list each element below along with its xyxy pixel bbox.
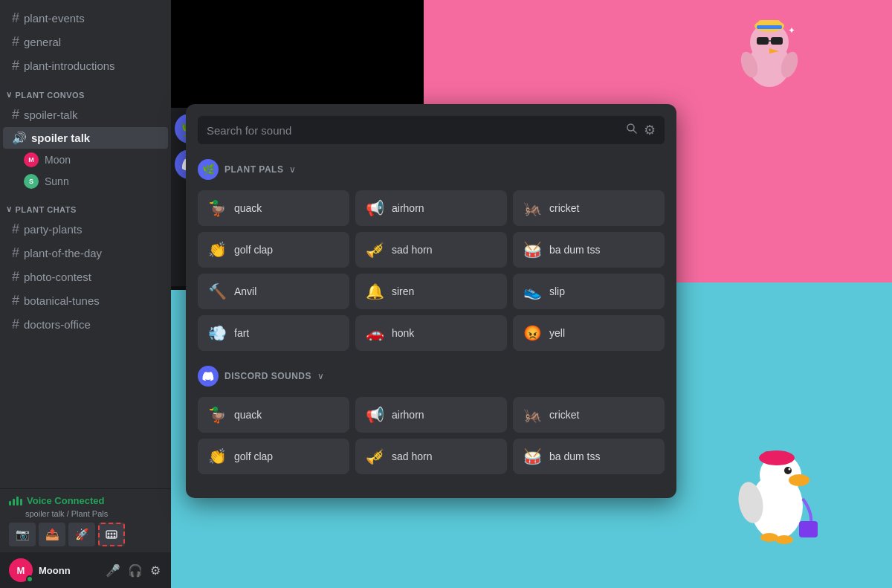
sound-cricket-2[interactable]: 🦗 cricket xyxy=(513,397,665,433)
voice-status: Voice Connected xyxy=(9,495,162,506)
sub-user-sunn[interactable]: S Sunn xyxy=(18,171,168,192)
quack-emoji: 🦆 xyxy=(208,199,227,217)
siren-emoji: 🔔 xyxy=(366,282,384,300)
hash-icon: # xyxy=(12,317,19,332)
camera-button[interactable]: 📷 xyxy=(9,523,36,546)
sound-airhorn-2[interactable]: 📢 airhorn xyxy=(355,397,507,433)
sound-ba-dum-tss-1[interactable]: 🥁 ba dum tss xyxy=(513,232,665,268)
channel-label: general xyxy=(24,36,61,48)
channel-item-spoiler-talk[interactable]: # spoiler-talk xyxy=(3,103,168,126)
category-label: PLANT CHATS xyxy=(16,205,77,214)
search-button[interactable] xyxy=(626,123,638,138)
svg-rect-11 xyxy=(771,37,783,45)
voice-action-buttons: 📷 📤 🚀 xyxy=(9,523,162,546)
headset-button[interactable]: 🎧 xyxy=(126,562,144,579)
hash-icon: # xyxy=(12,269,19,285)
soundboard-button[interactable] xyxy=(98,523,125,546)
sound-label: quack xyxy=(234,409,262,421)
golf-clap-emoji: 👏 xyxy=(208,241,227,259)
hash-icon: # xyxy=(12,293,19,308)
svg-rect-30 xyxy=(799,521,818,537)
hash-icon: # xyxy=(12,10,19,26)
current-user-avatar: M xyxy=(9,558,33,582)
sound-golf-clap-2[interactable]: 👏 golf clap xyxy=(198,439,349,474)
sound-siren-1[interactable]: 🔔 siren xyxy=(355,274,507,309)
anvil-emoji: 🔨 xyxy=(208,282,227,300)
plant-pals-chevron-icon[interactable]: ∨ xyxy=(289,164,296,175)
svg-line-32 xyxy=(633,130,636,133)
channel-item-spoiler-talk-voice[interactable]: 🔊 spoiler talk xyxy=(3,127,168,149)
sound-label: sad horn xyxy=(392,244,432,256)
honk-emoji: 🚗 xyxy=(366,324,384,342)
sound-cricket-1[interactable]: 🦗 cricket xyxy=(513,190,665,226)
user-panel: M Moonn 🎤 🎧 ⚙ xyxy=(0,552,171,588)
channel-label: spoiler talk xyxy=(31,132,90,144)
bar-1 xyxy=(9,501,11,505)
category-label: PLANT CONVOS xyxy=(16,91,85,100)
discord-sounds-section-header: DISCORD SOUNDS ∨ xyxy=(198,363,665,390)
sound-search-bar: ⚙ xyxy=(198,116,665,144)
sound-anvil-1[interactable]: 🔨 Anvil xyxy=(198,274,349,309)
sound-settings-button[interactable]: ⚙ xyxy=(644,122,656,138)
voice-connected-bar: Voice Connected spoiler talk / Plant Pal… xyxy=(0,488,171,552)
sound-ba-dum-tss-2[interactable]: 🥁 ba dum tss xyxy=(513,439,665,474)
channel-item-botanical-tunes[interactable]: # botanical-tunes xyxy=(3,289,168,312)
sound-slip-1[interactable]: 👟 slip xyxy=(513,274,665,309)
sad-horn-emoji-2: 🎺 xyxy=(366,448,384,465)
user-settings-button[interactable]: ⚙ xyxy=(149,562,162,579)
voice-bars-icon xyxy=(9,497,22,505)
svg-point-6 xyxy=(114,536,116,538)
sound-yell-1[interactable]: 😡 yell xyxy=(513,315,665,351)
channel-label: plant-events xyxy=(24,12,85,25)
chevron-down-icon: ∨ xyxy=(6,204,13,214)
yell-emoji: 😡 xyxy=(523,324,542,342)
sound-sad-horn-1[interactable]: 🎺 sad horn xyxy=(355,232,507,268)
sound-search-input[interactable] xyxy=(207,124,620,137)
svg-point-23 xyxy=(784,467,792,474)
channel-list: # plant-events # general # plant-introdu… xyxy=(0,0,171,488)
discord-sounds-chevron-icon[interactable]: ∨ xyxy=(317,371,324,381)
svg-rect-19 xyxy=(757,25,782,29)
mic-button[interactable]: 🎤 xyxy=(104,562,122,579)
channel-item-doctors-office[interactable]: # doctors-office xyxy=(3,313,168,336)
fart-emoji: 💨 xyxy=(208,324,227,342)
sound-label: ba dum tss xyxy=(549,244,600,256)
sound-label: fart xyxy=(234,327,249,339)
channel-item-party-plants[interactable]: # party-plants xyxy=(3,218,168,241)
category-plant-chats[interactable]: ∨ PLANT CHATS xyxy=(0,193,171,217)
channel-item-plant-introductions[interactable]: # plant-introductions xyxy=(3,54,168,77)
svg-point-3 xyxy=(114,533,116,535)
discord-sounds-sound-grid: 🦆 quack 📢 airhorn 🦗 cricket 👏 golf clap … xyxy=(198,397,665,474)
hash-icon: # xyxy=(12,222,19,237)
sound-quack-2[interactable]: 🦆 quack xyxy=(198,397,349,433)
cricket-emoji-2: 🦗 xyxy=(523,406,542,424)
channel-label: botanical-tunes xyxy=(24,294,100,307)
sound-label: cricket xyxy=(549,202,579,214)
sound-honk-1[interactable]: 🚗 honk xyxy=(355,315,507,351)
hash-icon: # xyxy=(12,58,19,74)
sound-airhorn-1[interactable]: 📢 airhorn xyxy=(355,190,507,226)
sound-golf-clap-1[interactable]: 👏 golf clap xyxy=(198,232,349,268)
share-screen-button[interactable]: 📤 xyxy=(39,523,65,546)
channel-label: plant-of-the-day xyxy=(24,247,102,259)
sound-label: airhorn xyxy=(392,202,424,214)
channel-item-photo-contest[interactable]: # photo-contest xyxy=(3,265,168,288)
channel-label: plant-introductions xyxy=(24,59,115,72)
sound-label: siren xyxy=(392,285,414,297)
sub-user-label: Moon xyxy=(45,154,71,166)
bar-4 xyxy=(20,499,22,505)
sub-user-moon[interactable]: M Moon xyxy=(18,149,168,170)
channel-label: spoiler-talk xyxy=(24,109,78,121)
quack-emoji-2: 🦆 xyxy=(208,406,227,424)
activity-button[interactable]: 🚀 xyxy=(68,523,95,546)
channel-item-plant-events[interactable]: # plant-events xyxy=(3,7,168,30)
ba-dum-tss-emoji: 🥁 xyxy=(523,241,542,259)
sound-quack-1[interactable]: 🦆 quack xyxy=(198,190,349,226)
channel-item-plant-of-the-day[interactable]: # plant-of-the-day xyxy=(3,242,168,265)
channel-item-general[interactable]: # general xyxy=(3,30,168,54)
category-plant-convos[interactable]: ∨ PLANT CONVOS xyxy=(0,78,171,103)
sound-sad-horn-2[interactable]: 🎺 sad horn xyxy=(355,439,507,474)
sound-label: ba dum tss xyxy=(549,450,600,462)
sound-panel: ⚙ 🌿 PLANT PALS ∨ 🦆 quack 📢 airhorn 🦗 cri… xyxy=(186,104,676,498)
sound-fart-1[interactable]: 💨 fart xyxy=(198,315,349,351)
